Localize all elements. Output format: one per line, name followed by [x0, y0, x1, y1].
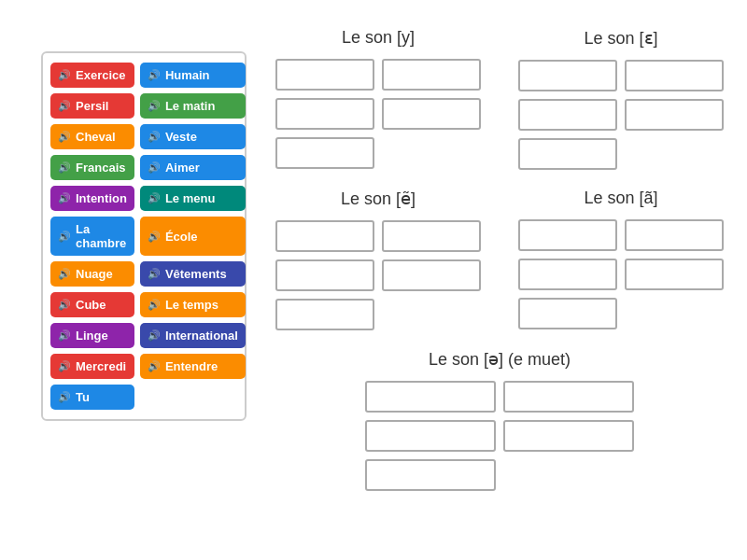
word-button-la-chambre[interactable]: 🔊La chambre: [50, 217, 134, 256]
title-son-atilde: Le son [ã]: [518, 189, 724, 208]
word-button-intention[interactable]: 🔊Intention: [50, 186, 134, 211]
title-son-schwa: Le son [ə] (e muet): [275, 349, 724, 370]
grid-son-epsilon: [518, 60, 724, 170]
drop-box[interactable]: [365, 420, 496, 452]
drop-box[interactable]: [518, 138, 617, 170]
speaker-icon: 🔊: [148, 131, 161, 143]
section-son-schwa: Le son [ə] (e muet): [275, 349, 724, 491]
drop-box[interactable]: [518, 298, 617, 329]
word-label: Exercice: [76, 68, 126, 82]
word-label: Persil: [76, 99, 108, 113]
drop-box[interactable]: [382, 220, 481, 252]
section-son-y: Le son [y]: [275, 28, 481, 170]
drop-box[interactable]: [382, 98, 481, 130]
word-button-cheval[interactable]: 🔊Cheval: [50, 124, 134, 149]
word-label: La chambre: [76, 222, 127, 250]
drop-box[interactable]: [275, 299, 374, 330]
drop-zones-panel: Le son [y] Le son [ɛ] Le son [: [275, 28, 724, 491]
word-button-mercredi[interactable]: 🔊Mercredi: [50, 354, 134, 379]
drop-box[interactable]: [518, 259, 617, 290]
word-button-international[interactable]: 🔊International: [140, 323, 246, 348]
title-son-etilde: Le son [ẽ]: [275, 189, 481, 209]
word-button-école[interactable]: 🔊École: [140, 217, 246, 256]
drop-box[interactable]: [275, 259, 374, 291]
word-button-veste[interactable]: 🔊Veste: [140, 124, 246, 149]
word-label: Entendre: [165, 359, 218, 373]
drop-box[interactable]: [365, 381, 496, 413]
speaker-icon: 🔊: [148, 100, 161, 112]
word-button-tu[interactable]: 🔊Tu: [50, 385, 134, 410]
word-button-francais[interactable]: 🔊Francais: [50, 155, 134, 180]
grid-son-y: [275, 59, 481, 169]
word-buttons-panel: 🔊Exercice🔊Humain🔊Persil🔊Le matin🔊Cheval🔊…: [41, 51, 247, 421]
drop-box[interactable]: [382, 259, 481, 291]
word-button-humain[interactable]: 🔊Humain: [140, 63, 246, 88]
drop-box[interactable]: [625, 60, 724, 91]
top-sections-row: Le son [y] Le son [ɛ]: [275, 28, 724, 170]
speaker-icon: 🔊: [58, 268, 71, 280]
word-label: Linge: [76, 329, 108, 343]
speaker-icon: 🔊: [58, 360, 71, 372]
word-label: Veste: [165, 130, 197, 144]
word-label: Humain: [165, 68, 210, 82]
word-button-le-temps[interactable]: 🔊Le temps: [140, 292, 246, 317]
word-button-persil[interactable]: 🔊Persil: [50, 93, 134, 119]
word-button-exercice[interactable]: 🔊Exercice: [50, 63, 134, 88]
speaker-icon: 🔊: [58, 192, 71, 204]
word-button-nuage[interactable]: 🔊Nuage: [50, 261, 134, 287]
drop-box[interactable]: [275, 137, 374, 169]
speaker-icon: 🔊: [58, 131, 71, 143]
speaker-icon: 🔊: [58, 100, 71, 112]
drop-box[interactable]: [275, 59, 374, 91]
word-button-linge[interactable]: 🔊Linge: [50, 323, 134, 348]
title-son-y: Le son [y]: [275, 28, 481, 48]
word-label: Mercredi: [76, 359, 126, 373]
word-button-vêtements[interactable]: 🔊Vêtements: [140, 261, 246, 287]
title-son-epsilon: Le son [ɛ]: [518, 28, 724, 49]
word-label: Aimer: [165, 161, 200, 175]
word-label: Tu: [76, 390, 90, 404]
speaker-icon: 🔊: [58, 231, 71, 243]
drop-box[interactable]: [503, 381, 634, 413]
section-son-epsilon: Le son [ɛ]: [518, 28, 724, 170]
speaker-icon: 🔊: [148, 231, 161, 243]
drop-box[interactable]: [518, 99, 617, 131]
drop-box[interactable]: [625, 219, 724, 251]
grid-son-etilde: [275, 220, 481, 330]
word-button-le-menu[interactable]: 🔊Le menu: [140, 186, 246, 211]
word-label: Le temps: [165, 298, 218, 312]
word-button-entendre[interactable]: 🔊Entendre: [140, 354, 246, 379]
word-button-aimer[interactable]: 🔊Aimer: [140, 155, 246, 180]
speaker-icon: 🔊: [148, 360, 161, 372]
drop-box[interactable]: [503, 420, 634, 452]
drop-box[interactable]: [382, 59, 481, 91]
word-button-le-matin[interactable]: 🔊Le matin: [140, 93, 246, 119]
drop-box[interactable]: [365, 459, 496, 491]
speaker-icon: 🔊: [148, 192, 161, 204]
speaker-icon: 🔊: [148, 268, 161, 280]
word-label: International: [165, 329, 238, 343]
drop-box[interactable]: [275, 220, 374, 252]
section-son-etilde: Le son [ẽ]: [275, 189, 481, 330]
speaker-icon: 🔊: [58, 391, 71, 403]
section-son-atilde: Le son [ã]: [518, 189, 724, 330]
speaker-icon: 🔊: [58, 69, 71, 81]
drop-box[interactable]: [518, 60, 617, 91]
word-label: Francais: [76, 161, 125, 175]
word-label: Cheval: [76, 130, 116, 144]
drop-box[interactable]: [275, 98, 374, 130]
drop-box[interactable]: [625, 99, 724, 131]
word-label: Vêtements: [165, 267, 227, 281]
word-button-cube[interactable]: 🔊Cube: [50, 292, 134, 317]
speaker-icon: 🔊: [148, 69, 161, 81]
word-label: Le matin: [165, 99, 215, 113]
speaker-icon: 🔊: [58, 299, 71, 311]
drop-box[interactable]: [518, 219, 617, 251]
grid-son-atilde: [518, 219, 724, 329]
speaker-icon: 🔊: [58, 161, 71, 174]
word-label: Nuage: [76, 267, 113, 281]
drop-box[interactable]: [625, 259, 724, 290]
speaker-icon: 🔊: [148, 299, 161, 311]
speaker-icon: 🔊: [148, 329, 161, 342]
word-label: École: [165, 230, 198, 244]
